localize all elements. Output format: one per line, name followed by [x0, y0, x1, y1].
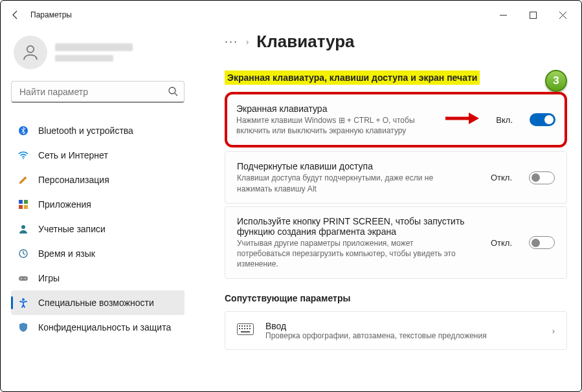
- svg-rect-26: [249, 328, 251, 329]
- keyboard-icon: [237, 323, 254, 338]
- sidebar-item-label: Приложения: [38, 199, 91, 210]
- svg-rect-5: [19, 200, 23, 204]
- related-item-title: Ввод: [265, 321, 541, 331]
- search-input[interactable]: [11, 81, 185, 103]
- svg-point-13: [25, 278, 26, 279]
- section-title: Экранная клавиатура, клавиши доступа и э…: [225, 71, 480, 85]
- related-item-typing[interactable]: Ввод Проверка орфографии, автозамена, те…: [225, 311, 567, 350]
- svg-rect-27: [241, 331, 250, 332]
- toggle-label: Откл.: [491, 173, 512, 182]
- sidebar-item-time[interactable]: Время и язык: [11, 241, 185, 266]
- sidebar: Bluetooth и устройства Сеть и Интернет П…: [1, 29, 195, 391]
- breadcrumb-more[interactable]: ···: [225, 35, 238, 49]
- toggle-label: Откл.: [491, 238, 512, 248]
- chevron-right-icon: ›: [246, 37, 249, 47]
- bluetooth-icon: [17, 125, 29, 136]
- brush-icon: [17, 174, 29, 186]
- sidebar-item-label: Персонализация: [38, 175, 109, 185]
- search-box[interactable]: [11, 81, 185, 103]
- card-underline-access-keys[interactable]: Подчеркнутые клавиши доступа Клавиши дос…: [225, 151, 567, 203]
- accessibility-icon: [17, 297, 29, 309]
- page-title: Клавиатура: [256, 32, 354, 52]
- card-print-screen[interactable]: Используйте кнопку PRINT SCREEN, чтобы з…: [225, 206, 567, 279]
- svg-rect-8: [24, 205, 28, 209]
- sidebar-item-personalization[interactable]: Персонализация: [11, 168, 185, 192]
- gamepad-icon: [17, 272, 29, 284]
- back-button[interactable]: [5, 4, 27, 26]
- svg-rect-0: [530, 12, 536, 18]
- svg-rect-23: [241, 328, 243, 329]
- sidebar-item-network[interactable]: Сеть и Интернет: [11, 143, 185, 168]
- avatar: [14, 36, 47, 69]
- sidebar-item-label: Bluetooth и устройства: [38, 125, 133, 136]
- search-icon: [168, 86, 178, 99]
- svg-rect-18: [241, 325, 243, 327]
- svg-point-2: [169, 87, 175, 94]
- svg-rect-17: [239, 325, 240, 327]
- sidebar-item-label: Время и язык: [38, 248, 95, 259]
- titlebar: Параметры: [1, 1, 581, 29]
- nav-list: Bluetooth и устройства Сеть и Интернет П…: [11, 118, 185, 340]
- svg-point-9: [21, 225, 25, 229]
- svg-rect-6: [24, 200, 28, 204]
- sidebar-item-bluetooth[interactable]: Bluetooth и устройства: [11, 118, 185, 143]
- sidebar-item-gaming[interactable]: Игры: [11, 266, 185, 290]
- svg-point-1: [27, 46, 34, 53]
- card-onscreen-keyboard[interactable]: Экранная клавиатура Нажмите клавиши Wind…: [225, 92, 567, 147]
- svg-rect-19: [244, 325, 245, 327]
- card-desc: Учитывая другие параметры приложения, мо…: [237, 238, 457, 270]
- toggle-print-screen[interactable]: [529, 236, 555, 249]
- toggle-onscreen-keyboard[interactable]: [530, 113, 555, 126]
- sidebar-item-accessibility[interactable]: Специальные возможности: [11, 290, 185, 315]
- svg-point-4: [23, 158, 24, 159]
- sidebar-item-label: Специальные возможности: [38, 298, 154, 308]
- sidebar-item-privacy[interactable]: Конфиденциальность и защита: [11, 315, 185, 340]
- sidebar-item-label: Сеть и Интернет: [38, 150, 108, 160]
- profile-email-blur: [55, 55, 113, 61]
- svg-rect-7: [19, 205, 23, 209]
- settings-group: Экранная клавиатура Нажмите клавиши Wind…: [225, 92, 567, 279]
- card-title: Подчеркнутые клавиши доступа: [237, 161, 482, 171]
- annotation-arrow: [444, 111, 480, 128]
- apps-icon: [17, 199, 29, 210]
- close-button[interactable]: [548, 5, 577, 25]
- sidebar-item-label: Конфиденциальность и защита: [38, 322, 171, 332]
- chevron-right-icon: ›: [552, 326, 555, 336]
- toggle-label: Вкл.: [496, 115, 513, 125]
- breadcrumb: ··· › Клавиатура: [225, 32, 567, 52]
- person-icon: [17, 223, 29, 235]
- svg-rect-21: [249, 325, 251, 327]
- clock-globe-icon: [17, 248, 29, 259]
- shield-icon: [17, 321, 29, 333]
- window-title: Параметры: [30, 10, 72, 19]
- svg-rect-11: [19, 276, 28, 281]
- toggle-underline-keys[interactable]: [529, 171, 555, 184]
- svg-point-12: [21, 278, 22, 279]
- main-content: ··· › Клавиатура Экранная клавиатура, кл…: [195, 29, 581, 391]
- annotation-badge-3: 3: [545, 70, 567, 92]
- card-desc: Нажмите клавиши Windows ⊞ + CTRL + O, чт…: [236, 115, 435, 136]
- wifi-icon: [17, 149, 29, 161]
- svg-rect-20: [247, 325, 248, 327]
- related-item-desc: Проверка орфографии, автозамена, текстов…: [265, 331, 541, 340]
- card-title: Используйте кнопку PRINT SCREEN, чтобы з…: [237, 216, 482, 237]
- minimize-button[interactable]: [488, 5, 518, 25]
- maximize-button[interactable]: [518, 5, 548, 25]
- sidebar-item-label: Учетные записи: [38, 224, 106, 234]
- profile-name-blur: [55, 43, 133, 51]
- svg-rect-22: [239, 328, 240, 329]
- card-title: Экранная клавиатура: [236, 103, 435, 114]
- sidebar-item-apps[interactable]: Приложения: [11, 192, 185, 217]
- svg-rect-25: [247, 328, 248, 329]
- sidebar-item-label: Игры: [38, 273, 60, 283]
- related-title: Сопутствующие параметры: [225, 293, 567, 303]
- svg-point-14: [22, 298, 25, 301]
- sidebar-item-accounts[interactable]: Учетные записи: [11, 217, 185, 241]
- svg-rect-24: [244, 328, 245, 329]
- card-desc: Клавиши доступа будут подчеркнутыми, даж…: [237, 173, 457, 193]
- profile-block[interactable]: [11, 29, 185, 81]
